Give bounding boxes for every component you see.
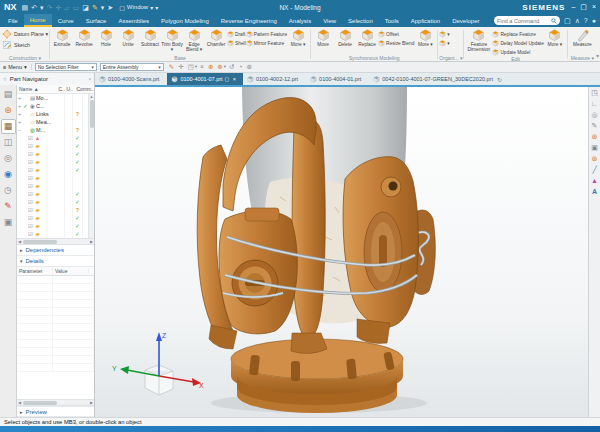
feature-dimension-button[interactable]: Feature Dimension [465, 28, 492, 52]
resize-blend-button[interactable]: Resize Blend [378, 39, 414, 47]
fullscreen-icon[interactable]: ▢ [564, 17, 571, 24]
chamfer-button[interactable]: Chamfer [205, 28, 227, 52]
tree-item-body[interactable]: ☑ ▰ [17, 182, 94, 190]
base-more-button[interactable]: More ▾ [287, 28, 309, 47]
visibility-checkbox[interactable]: ☑ [27, 143, 34, 149]
replace-button[interactable]: Replace [356, 28, 378, 47]
edge-blend-button[interactable]: Edge Blend ▾ [183, 28, 205, 52]
concentric-icon[interactable]: ◎ [591, 111, 597, 118]
visibility-checkbox[interactable]: ☑ [27, 231, 34, 237]
tree-item-model-views[interactable]: + ▤ Mo... [17, 94, 94, 102]
sync-more-button[interactable]: More ▾ [414, 28, 436, 47]
part-tab-0100-4000-scans[interactable]: 0100-4000-Scans.prt [95, 73, 167, 85]
tab-tools[interactable]: Tools [379, 14, 405, 27]
organize-button-2[interactable]: ▾ [439, 39, 449, 47]
tab-surface[interactable]: Surface [80, 14, 113, 27]
part-tab-0042-green[interactable]: 0042-0100-4001-07-GREEN_30DEC2020.prt ↻ [369, 73, 506, 85]
visibility-checkbox[interactable]: ☑ [27, 199, 34, 205]
pattern-feature-button[interactable]: Pattern Feature [246, 30, 287, 38]
part-navigator-icon[interactable]: ▦ [1, 119, 16, 134]
group-label-construction[interactable]: Construction ▾ [2, 55, 48, 61]
delete-button[interactable]: Delete [334, 28, 356, 47]
paste-icon[interactable]: ▭ [73, 4, 80, 11]
delay-model-update-button[interactable]: Delay Model Update [492, 39, 543, 47]
tab-controls[interactable]: ◻ × [225, 76, 237, 82]
command-finder[interactable] [494, 16, 560, 25]
orient-view-icon[interactable]: ◔ [239, 64, 244, 71]
tree-horizontal-scrollbar[interactable]: ◀▶ [17, 238, 94, 245]
edit-object-icon[interactable]: ✎ [92, 4, 98, 11]
tree-item-body[interactable]: ☑ ▰ [17, 174, 94, 182]
tab-home[interactable]: Home [24, 14, 52, 27]
hd3d-tool-icon[interactable]: ◎ [1, 151, 16, 166]
tree-item-body[interactable]: ☑ ▰ ✓ [17, 198, 94, 206]
tree-item-body[interactable]: ☑ ▰ ✓ [17, 214, 94, 222]
undo-menu-icon[interactable]: ▾ [40, 4, 44, 11]
tree-item-body[interactable]: ☑ ▰ ✓ [17, 190, 94, 198]
visibility-checkbox[interactable]: ☑ [27, 215, 34, 221]
trim-body-button[interactable]: Trim Body ▾ [161, 28, 183, 52]
gear-icon[interactable]: ⊛ [592, 133, 598, 140]
expand-toggle[interactable]: − [17, 127, 22, 133]
deselect-icon[interactable]: × [200, 64, 205, 71]
rotate-view-icon[interactable]: ↺ [229, 64, 235, 71]
group-label-base[interactable]: Base [51, 55, 309, 61]
dimension-icon[interactable]: ∟ [591, 100, 598, 107]
datum-plane-button[interactable]: Datum Plane ▾ [2, 28, 48, 39]
user-icon[interactable]: ● [592, 17, 596, 24]
extrude-button[interactable]: Extrude [51, 28, 73, 52]
part-tab-0100-4001-07[interactable]: 0100-4001-07.prt ◻ × [167, 73, 243, 85]
touch-mode-icon[interactable]: ➤ [107, 4, 113, 11]
assembly-navigator-icon[interactable]: ▤ [1, 87, 16, 102]
navigator-pin-icon[interactable]: ○ [3, 76, 7, 82]
tree-item-body[interactable]: ☑ ▰ ? [17, 206, 94, 214]
measure-button[interactable]: Measure [569, 28, 596, 47]
visibility-checkbox[interactable]: ☑ [27, 207, 34, 213]
qat-more-icon[interactable]: ▾ [101, 4, 105, 11]
offset-button[interactable]: Offset [378, 30, 414, 38]
tree-item-links[interactable]: + ▱ Links ? [17, 110, 94, 118]
view-section-icon[interactable]: ◳ [591, 89, 598, 96]
redo-icon[interactable]: ↷ [47, 4, 53, 11]
selection-scope-dropdown[interactable]: Entire Assembly ▾ [100, 63, 164, 71]
expand-toggle[interactable]: + [17, 95, 22, 101]
visibility-checkbox[interactable]: ✓ [22, 103, 29, 109]
tab-analysis[interactable]: Analysis [283, 14, 317, 27]
visibility-checkbox[interactable]: ☑ [27, 135, 34, 141]
selection-scope-icon[interactable]: ◳ ▾ [188, 64, 197, 71]
sketch-line-icon[interactable]: ╱ [592, 166, 596, 173]
window-menu[interactable]: ▢ Window ▾ ▾ [119, 4, 158, 11]
datum-csys-icon[interactable]: ▲ [591, 177, 598, 184]
part-tab-0100-4002-12[interactable]: 0100-4002-12.prt [243, 73, 306, 85]
expand-toggle[interactable]: + [17, 111, 22, 117]
unite-button[interactable]: Unite [117, 28, 139, 52]
restore-button[interactable]: ▢ [580, 3, 587, 11]
tree-item-body[interactable]: ☑ ▰ ✓ [17, 142, 94, 150]
visibility-checkbox[interactable]: ☑ [27, 183, 34, 189]
tab-polygon-modeling[interactable]: Polygon Modeling [155, 14, 215, 27]
edit-more-button[interactable]: More ▾ [544, 28, 566, 47]
point-add-menu-icon[interactable]: ⊕ ▾ [217, 64, 226, 71]
tab-developer[interactable]: Developer [446, 14, 485, 27]
organize-button-1[interactable]: ▾ [439, 30, 449, 38]
dependencies-section[interactable]: ▸ Dependencies [17, 245, 94, 256]
close-button[interactable]: × [592, 3, 596, 11]
tree-item-body[interactable]: ☑ ▰ ✓ [17, 150, 94, 158]
tree-item-body[interactable]: ☑ ▰ ✓ [17, 158, 94, 166]
revolve-button[interactable]: Revolve [73, 28, 95, 52]
annotation-pencil-icon[interactable]: ✎ [592, 122, 598, 129]
process-studio-icon[interactable]: ✎ [1, 199, 16, 214]
visibility-checkbox[interactable]: ☑ [27, 167, 34, 173]
tree-item-body[interactable]: ☑ ▰ ✓ [17, 230, 94, 238]
history-icon[interactable]: ◷ [1, 183, 16, 198]
draft-button[interactable]: Draft [227, 30, 246, 38]
ribbon-options-icon[interactable]: ▾ [596, 52, 600, 61]
visibility-checkbox[interactable]: ☑ [27, 175, 34, 181]
tree-item-body[interactable]: ☑ ▰ ✓ [17, 222, 94, 230]
copy-icon[interactable]: ▱ [64, 4, 69, 11]
help-icon[interactable]: ? [584, 17, 588, 24]
gears-icon[interactable]: ⊛ [592, 155, 598, 162]
reuse-library-icon[interactable]: ◫ [1, 135, 16, 150]
details-horizontal-scrollbar[interactable]: ◀▶ [17, 399, 94, 406]
snap-icon[interactable]: ✛ [178, 64, 184, 71]
